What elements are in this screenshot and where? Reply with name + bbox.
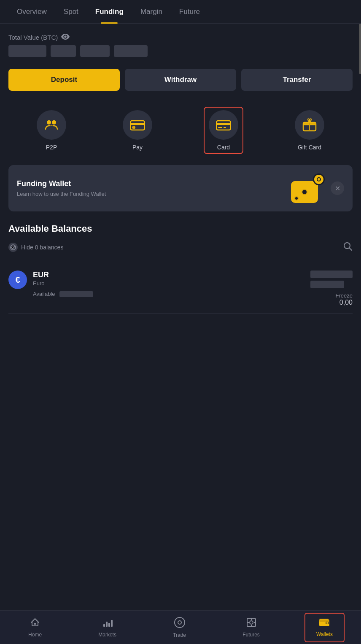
eur-symbol: EUR	[33, 271, 310, 279]
bottom-navigation: Home Markets Trade	[0, 610, 361, 644]
action-buttons: Deposit Withdraw Transfer	[8, 69, 353, 91]
eur-available-label: Available	[33, 291, 55, 297]
eur-freeze-label: Freeze	[310, 292, 353, 299]
eur-full-name: Euro	[33, 280, 310, 287]
balance-blur-3	[80, 45, 110, 57]
svg-point-26	[250, 621, 253, 624]
card-label: Card	[217, 144, 230, 151]
svg-point-0	[47, 120, 51, 124]
hide-zero-toggle[interactable]: Hide 0 balances	[8, 243, 63, 252]
trade-icon	[174, 617, 185, 630]
total-value-label: Total Value (BTC)	[8, 34, 58, 41]
balance-blur-2	[51, 45, 76, 57]
nav-future[interactable]: Future	[171, 0, 208, 24]
total-value-section: Total Value (BTC)	[8, 34, 353, 41]
pay-label: Pay	[132, 144, 143, 151]
wallets-icon	[319, 618, 330, 630]
pay-icon-circle	[123, 110, 152, 140]
svg-rect-19	[106, 622, 108, 627]
gift-card-icon-circle	[295, 110, 324, 140]
svg-rect-21	[111, 620, 113, 627]
main-content: Total Value (BTC) Deposit Withdraw Trans…	[0, 24, 361, 356]
banner-close-button[interactable]: ✕	[331, 181, 344, 195]
svg-line-17	[350, 248, 352, 251]
wallet-banner-title: Funding Wallet	[17, 179, 106, 188]
trade-label: Trade	[173, 632, 186, 638]
svg-rect-18	[103, 624, 105, 627]
wallets-label: Wallets	[316, 631, 333, 637]
wallet-illustration	[291, 173, 325, 203]
withdraw-button[interactable]: Withdraw	[125, 69, 236, 91]
transfer-button[interactable]: Transfer	[241, 69, 353, 91]
search-button[interactable]	[342, 241, 353, 254]
gift-card-label: Gift Card	[298, 144, 321, 151]
top-navigation: Overview Spot Funding Margin Future	[0, 0, 361, 24]
bottom-nav-trade[interactable]: Trade	[164, 614, 194, 641]
bottom-nav-home[interactable]: Home	[20, 614, 50, 641]
svg-point-34	[326, 622, 328, 624]
balance-blur-4	[114, 45, 148, 57]
wallet-coin	[313, 173, 325, 185]
wallet-banner-right: ✕	[291, 173, 344, 203]
eur-icon: €	[8, 271, 27, 289]
markets-label: Markets	[98, 632, 116, 638]
wallet-banner-description: Learn how to use the Funding Wallet	[17, 191, 106, 197]
svg-point-1	[52, 120, 56, 124]
balance-display	[8, 45, 353, 57]
bottom-nav-wallets[interactable]: Wallets	[308, 614, 341, 641]
svg-point-24	[178, 621, 181, 624]
home-label: Home	[28, 632, 42, 638]
eur-available-value-blur	[59, 291, 93, 297]
markets-icon	[102, 617, 113, 630]
svg-point-6	[132, 126, 135, 129]
available-balances-section: Available Balances Hide 0 balances	[8, 223, 353, 314]
svg-rect-14	[304, 123, 316, 124]
wallet-banner-text: Funding Wallet Learn how to use the Fund…	[17, 179, 106, 197]
wallet-banner[interactable]: Funding Wallet Learn how to use the Fund…	[8, 165, 353, 211]
nav-funding[interactable]: Funding	[87, 0, 132, 24]
eur-values: Freeze 0,00	[310, 271, 353, 306]
feature-gift-card[interactable]: Gift Card	[295, 110, 324, 151]
bottom-nav-futures[interactable]: Futures	[234, 614, 268, 641]
balance-filters: Hide 0 balances	[8, 241, 353, 254]
eur-currency-row[interactable]: € EUR Euro Available Freeze 0,00	[8, 264, 353, 314]
svg-rect-2	[50, 125, 53, 126]
hide-zero-label: Hide 0 balances	[21, 244, 63, 251]
svg-rect-8	[216, 123, 231, 125]
feature-pay[interactable]: Pay	[123, 110, 152, 151]
p2p-label: P2P	[46, 144, 57, 151]
hide-zero-checkbox[interactable]	[8, 243, 18, 252]
nav-margin[interactable]: Margin	[132, 0, 171, 24]
feature-p2p[interactable]: P2P	[37, 110, 66, 151]
futures-label: Futures	[242, 632, 260, 638]
nav-spot[interactable]: Spot	[55, 0, 87, 24]
svg-rect-9	[218, 127, 222, 128]
futures-icon	[246, 617, 256, 630]
home-icon	[30, 617, 40, 630]
nav-overview[interactable]: Overview	[8, 0, 55, 24]
card-icon-circle	[209, 110, 238, 140]
svg-rect-4	[130, 123, 145, 125]
eur-info: EUR Euro Available	[33, 271, 310, 297]
eur-total-blur	[310, 271, 353, 278]
bottom-nav-markets[interactable]: Markets	[90, 614, 125, 641]
features-section: P2P Pay	[8, 106, 353, 155]
svg-rect-20	[108, 623, 110, 627]
svg-rect-3	[130, 121, 145, 130]
svg-rect-10	[224, 127, 226, 128]
p2p-icon-circle	[37, 110, 66, 140]
balances-title: Available Balances	[8, 223, 353, 234]
eye-icon[interactable]	[61, 34, 70, 41]
eur-secondary-blur	[310, 281, 344, 288]
deposit-button[interactable]: Deposit	[8, 69, 120, 91]
feature-card[interactable]: Card	[209, 110, 238, 151]
svg-rect-7	[216, 121, 231, 130]
eur-freeze-value: 0,00	[310, 299, 353, 306]
eur-available-row: Available	[33, 291, 310, 297]
balance-blur-1	[8, 45, 46, 57]
